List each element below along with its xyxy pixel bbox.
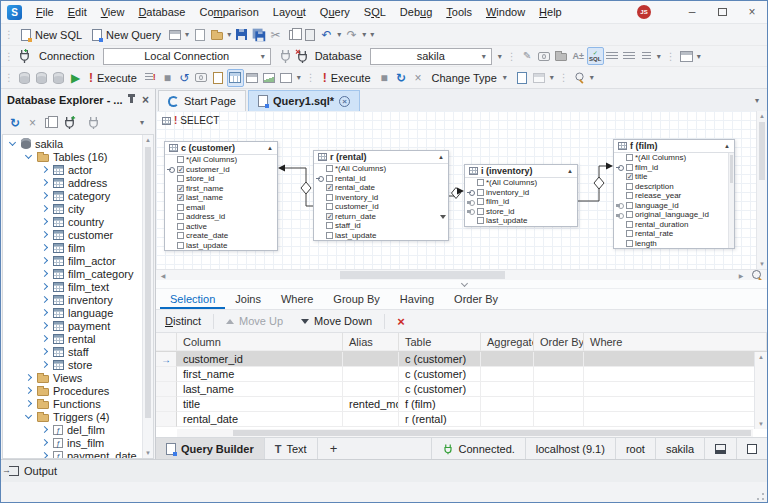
database-status[interactable]: sakila — [655, 438, 704, 459]
grid-cell[interactable] — [343, 352, 399, 367]
column-checkbox[interactable] — [626, 183, 633, 190]
comment-button[interactable]: ✎ — [519, 47, 536, 65]
tree-item-staff[interactable]: staff — [3, 345, 141, 358]
tree-item-sakila[interactable]: sakila — [3, 137, 141, 150]
menu-edit[interactable]: Edit — [61, 1, 94, 24]
distinct-button[interactable]: Distinct — [156, 311, 210, 332]
grid-cell[interactable]: f (film) — [399, 397, 481, 412]
toolbar-grip[interactable]: ⋮ — [1, 51, 16, 62]
open-folder-button[interactable] — [208, 26, 225, 44]
grid-row[interactable]: titlerented_movief (film) — [156, 397, 767, 412]
builder-overflow-dropdown[interactable]: ▾ — [295, 73, 303, 82]
diagram-column[interactable]: address_id — [165, 212, 277, 222]
tree-item-store[interactable]: store — [3, 358, 141, 371]
grid-cell[interactable] — [584, 382, 767, 397]
grid-cell[interactable]: c (customer) — [399, 352, 481, 367]
diagram-column[interactable]: ✓rental_date — [314, 183, 448, 193]
diagram-column[interactable]: last_update — [165, 241, 277, 251]
tab-close-icon[interactable]: × — [339, 96, 350, 107]
toolbar-grip[interactable]: ⋮ — [556, 72, 571, 83]
diagram-column[interactable]: film_id — [614, 163, 734, 173]
split-view-button[interactable] — [244, 69, 261, 87]
tree-item-category[interactable]: category — [3, 189, 141, 202]
grid-cell[interactable] — [534, 382, 584, 397]
stop-button[interactable]: ■ — [159, 69, 176, 87]
column-checkbox[interactable]: ✓ — [326, 213, 333, 220]
scroll-up-icon[interactable]: ▲ — [755, 354, 767, 360]
scroll-down-icon[interactable]: ▼ — [757, 261, 767, 267]
db-tool-3-button[interactable] — [50, 69, 67, 87]
database-select-dropdown[interactable]: ▾ — [480, 52, 488, 61]
comment-lines-button[interactable] — [638, 47, 655, 65]
window-mode-button[interactable] — [278, 69, 295, 87]
redo-button[interactable]: ↷ — [343, 26, 360, 44]
grid-cell[interactable] — [534, 367, 584, 382]
diagram-table-header[interactable]: f (film)▲ — [614, 140, 734, 153]
query-profiler-button[interactable] — [193, 69, 210, 87]
db-tool-1-button[interactable] — [16, 69, 33, 87]
undo-button[interactable]: ↶ — [318, 26, 335, 44]
resize-grip[interactable] — [756, 492, 765, 501]
db-tool-2-button[interactable] — [33, 69, 50, 87]
close-button[interactable]: × — [737, 1, 767, 24]
refresh-button[interactable]: ↻ — [393, 69, 410, 87]
builder-tab-where[interactable]: Where — [271, 290, 323, 309]
tree-scroll-thumb[interactable] — [145, 147, 151, 418]
tree-item-city[interactable]: city — [3, 202, 141, 215]
tree-chevron-icon[interactable] — [9, 139, 16, 146]
tree-chevron-icon[interactable] — [41, 205, 48, 212]
diagram-column[interactable]: rental_duration — [614, 220, 734, 230]
tree-chevron-icon[interactable] — [41, 244, 48, 251]
tree-chevron-icon[interactable] — [41, 179, 48, 186]
tree-chevron-icon[interactable] — [41, 309, 48, 316]
scroll-up-icon[interactable]: ▲ — [757, 113, 767, 119]
tree-chevron-icon[interactable] — [41, 192, 48, 199]
tree-chevron-icon[interactable] — [41, 283, 48, 290]
diagram-table-f[interactable]: f (film)▲*(All Columns)film_id✓titledesc… — [613, 139, 735, 249]
column-checkbox[interactable] — [326, 175, 333, 182]
tree-chevron-icon[interactable] — [41, 452, 48, 458]
row-selector[interactable]: → — [156, 352, 177, 367]
column-checkbox[interactable] — [177, 232, 184, 239]
tab-start-page[interactable]: Start Page — [158, 90, 246, 111]
tree-item-payment-date[interactable]: ƒpayment_date — [3, 449, 141, 458]
diagram-column[interactable]: *(All Columns) — [314, 164, 448, 174]
copy-button[interactable] — [284, 26, 301, 44]
grid-cell[interactable] — [481, 412, 534, 427]
grid-cell[interactable]: last_name — [177, 382, 343, 397]
tree-item-payment[interactable]: payment — [3, 319, 141, 332]
tree-item-triggers-4-[interactable]: Triggers (4) — [3, 410, 141, 423]
grid-cell[interactable] — [481, 367, 534, 382]
menu-sql[interactable]: SQL — [357, 1, 393, 24]
tree-item-address[interactable]: address — [3, 176, 141, 189]
tree-item-actor[interactable]: actor — [3, 163, 141, 176]
tab-query1-sql-[interactable]: Query1.sql*× — [248, 90, 360, 111]
diagram-column[interactable]: *(All Columns) — [614, 153, 734, 163]
diagram-column[interactable]: ✓return_date — [314, 212, 448, 222]
server-status[interactable]: localhost (9.1) — [525, 438, 615, 459]
collapse-chevron-icon[interactable] — [460, 280, 467, 287]
change-type-dropdown[interactable]: ▾ — [501, 73, 509, 82]
grid-cell[interactable]: c (customer) — [399, 382, 481, 397]
scroll-left-icon[interactable]: ◀ — [156, 272, 170, 279]
menu-query[interactable]: Query — [313, 1, 357, 24]
diagram-table-header[interactable]: i (inventory)▲ — [465, 165, 577, 178]
snippet-button[interactable] — [536, 47, 553, 65]
diagram-column[interactable]: inventory_id — [314, 193, 448, 203]
execute-script-button[interactable]: ! — [142, 69, 159, 87]
menu-file[interactable]: File — [29, 1, 61, 24]
menu-comparison[interactable]: Comparison — [192, 1, 265, 24]
diagram-column[interactable]: store_id — [165, 174, 277, 184]
diagram-column[interactable]: inventory_id — [465, 188, 577, 198]
delete-icon[interactable]: × — [29, 117, 36, 129]
new-object-button[interactable] — [166, 26, 183, 44]
column-checkbox[interactable]: ✓ — [177, 194, 184, 201]
scroll-down-icon[interactable]: ▼ — [143, 450, 153, 456]
column-checkbox[interactable] — [177, 204, 184, 211]
grid-cell[interactable]: first_name — [177, 367, 343, 382]
tree-item-film-text[interactable]: film_text — [3, 280, 141, 293]
change-type-button[interactable]: Change Type▾ — [427, 68, 514, 88]
user-status[interactable]: root — [615, 438, 655, 459]
tree-chevron-icon[interactable] — [41, 270, 48, 277]
toolbar-grip[interactable]: ⋮ — [1, 29, 16, 40]
